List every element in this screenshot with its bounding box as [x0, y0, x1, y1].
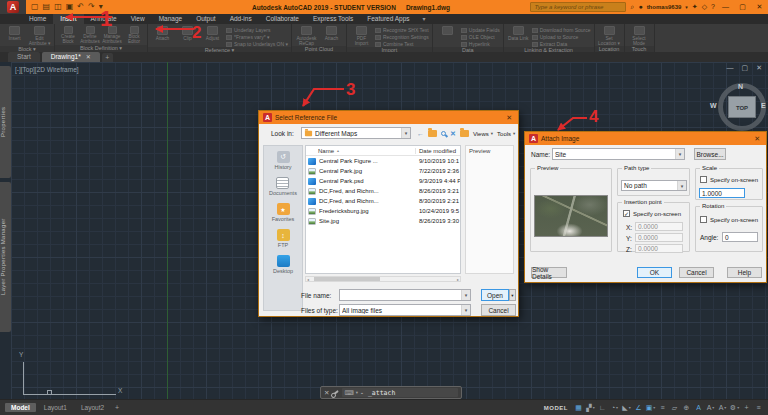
look-in-combo[interactable]: Different Maps ▾ — [301, 127, 411, 139]
ribbon-button-recognition-settings[interactable]: Recognition Settings — [375, 34, 429, 40]
help-search-input[interactable]: Type a keyword or phrase — [530, 2, 626, 12]
ribbon-button-define-attributes[interactable]: Define Attributes — [80, 26, 100, 45]
z-input[interactable]: 0.0000 — [635, 244, 683, 253]
create-new-folder-icon[interactable] — [460, 130, 469, 137]
viewcube-west[interactable]: W — [710, 102, 717, 109]
dialog-close-icon[interactable]: ✕ — [752, 135, 762, 143]
viewcube-north[interactable]: N — [738, 83, 743, 90]
sidebar-tab-layer-properties-manager[interactable]: Layer Properties Manager — [0, 182, 11, 332]
user-menu-caret-icon[interactable]: ▾ — [685, 0, 688, 14]
ribbon-tab-collaborate[interactable]: Collaborate — [259, 14, 306, 24]
autocad-app-button[interactable]: A — [7, 1, 19, 13]
x-input[interactable]: 0.0000 — [635, 222, 683, 231]
ribbon-tab-manage[interactable]: Manage — [152, 14, 190, 24]
search-the-web-icon[interactable] — [441, 131, 446, 136]
model-space-badge[interactable]: MODEL — [544, 405, 568, 411]
ribbon-tab-home[interactable]: Home — [22, 14, 53, 24]
back-icon[interactable]: ← — [417, 129, 424, 139]
open-button[interactable]: Open — [481, 289, 509, 301]
ribbon-button-underlay-layers[interactable]: Underlay Layers — [226, 27, 288, 33]
scale-input[interactable]: 1.0000 — [699, 188, 745, 198]
open-file-icon[interactable]: ▤ — [43, 0, 51, 14]
ribbon-button-field-icon[interactable] — [436, 26, 459, 36]
ribbon-panel-label-block-definition[interactable]: Block Definition ▾ — [55, 45, 147, 52]
file-row-central-park-jpg[interactable]: Central Park.jpg7/22/2019 2:36 — [306, 166, 460, 176]
doc-close-icon[interactable]: ✕ — [756, 64, 762, 72]
place-favorites[interactable]: ★Favorites — [272, 203, 295, 222]
undo-icon[interactable]: ↶ — [77, 0, 84, 14]
show-details-button[interactable]: Show Details — [531, 267, 567, 278]
redo-icon[interactable]: ↷ — [88, 0, 95, 14]
command-input[interactable]: ⌨ ▾ - _attach — [342, 388, 458, 397]
ribbon-button-pdf-import[interactable]: PDF Import — [350, 26, 373, 46]
object-snap-icon[interactable]: ▣▾ — [645, 402, 656, 414]
angle-input[interactable]: 0 — [722, 232, 758, 242]
ribbon-tab-add-ins[interactable]: Add-ins — [223, 14, 259, 24]
ribbon-button-attach[interactable]: Attach — [320, 26, 343, 41]
file-row-dc-fred-and-richm[interactable]: DC,Fred, and Richm...8/30/2019 2:21 — [306, 196, 460, 206]
ok-button[interactable]: OK — [637, 267, 672, 278]
views-menu-button[interactable]: Views▾ — [473, 131, 493, 137]
ribbon-tab-view[interactable]: View — [124, 14, 152, 24]
command-line-customize-icon[interactable] — [333, 389, 340, 395]
doc-minimize-icon[interactable]: — — [727, 64, 734, 72]
close-button[interactable]: ✕ — [753, 0, 766, 14]
grid-display-icon[interactable]: ▦ — [573, 402, 584, 414]
new-drawing-tab-button[interactable]: + — [102, 53, 113, 62]
file-tab-start[interactable]: Start — [8, 52, 40, 62]
save-icon[interactable]: ◫ — [54, 0, 62, 14]
browse-button[interactable]: Browse... — [694, 148, 726, 160]
ribbon-button-upload-to-source[interactable]: Upload to Source — [532, 34, 591, 40]
scale-specify-on-screen-checkbox[interactable] — [700, 176, 707, 183]
lineweight-icon[interactable]: ≡ — [657, 402, 668, 414]
restore-button[interactable]: ▢ — [736, 0, 749, 14]
sidebar-tab-properties[interactable]: Properties — [0, 66, 11, 178]
layout-tab-layout1[interactable]: Layout1 — [38, 403, 73, 412]
autodesk-360-icon[interactable]: ◇ — [702, 0, 707, 14]
polar-tracking-icon[interactable]: ◔▾ — [609, 402, 620, 414]
minimize-button[interactable]: — — [719, 0, 732, 14]
viewcube-east[interactable]: E — [761, 102, 766, 109]
image-name-combo[interactable]: Site ▾ — [552, 148, 685, 160]
annotation-monitor-icon[interactable]: + — [741, 402, 752, 414]
transparency-icon[interactable]: ▱ — [669, 402, 680, 414]
ribbon-tab-output[interactable]: Output — [189, 14, 223, 24]
ribbon-button-attach[interactable]: Attach — [151, 26, 174, 41]
qat-dropdown-icon[interactable]: ▾ — [99, 0, 103, 14]
up-one-level-icon[interactable] — [428, 130, 437, 137]
customization-icon[interactable]: ≡ — [753, 402, 764, 414]
annotation-visibility-icon[interactable]: A — [693, 402, 704, 414]
ribbon-button-manage-attributes[interactable]: Manage Attributes — [102, 26, 122, 45]
column-header-name[interactable]: Name ▴ — [306, 148, 416, 154]
ribbon-button-update-fields[interactable]: Update Fields — [461, 27, 500, 33]
file-row-central-park-figure[interactable]: Central Park Figure ...9/10/2019 10:1 — [306, 156, 460, 166]
help-button[interactable]: Help — [727, 267, 762, 278]
file-list-horizontal-scrollbar[interactable]: ◂ ▸ — [305, 276, 461, 282]
ribbon-tab-express-tools[interactable]: Express Tools — [306, 14, 360, 24]
column-header-date-modified[interactable]: Date modified — [416, 148, 460, 154]
layout-tab-model[interactable]: Model — [5, 403, 36, 412]
insertion-specify-on-screen-checkbox[interactable]: ✓ — [623, 210, 630, 217]
ribbon-button-insert[interactable]: Insert — [3, 26, 26, 41]
plot-icon[interactable]: ▣ — [66, 0, 74, 14]
ribbon-button-autodesk-recap[interactable]: Autodesk ReCap — [295, 26, 318, 46]
rotation-specify-on-screen-checkbox[interactable] — [700, 216, 707, 223]
file-row-central-park-psd[interactable]: Central Park.psd9/3/2019 4:44 P — [306, 176, 460, 186]
ribbon-button-ole-object[interactable]: OLE Object — [461, 34, 500, 40]
open-split-caret-icon[interactable]: ▾ — [509, 289, 516, 301]
ribbon-button-download-from-source[interactable]: Download from Source — [532, 27, 591, 33]
recent-commands-caret-icon[interactable]: ▾ — [356, 390, 358, 395]
viewcube-top-face[interactable]: TOP — [728, 96, 756, 118]
scrollbar-thumb[interactable] — [314, 277, 380, 281]
delete-icon[interactable]: ✕ — [450, 130, 456, 138]
ribbon-tab-annotate[interactable]: Annotate — [84, 14, 124, 24]
ribbon-button-set-location[interactable]: Set Location ▾ — [598, 26, 621, 46]
file-row-dc-fred-and-richm[interactable]: DC,Fred, and Richm...8/26/2019 3:21 — [306, 186, 460, 196]
ribbon-button-create-block[interactable]: Create Block — [58, 26, 78, 45]
cancel-button[interactable]: Cancel — [481, 304, 516, 316]
app-store-icon[interactable]: ✦ — [692, 0, 698, 14]
isometric-drafting-icon[interactable]: ◣▾ — [621, 402, 632, 414]
file-name-input[interactable]: ▾ — [339, 289, 471, 301]
osnap-tracking-icon[interactable]: ∠ — [633, 402, 644, 414]
ribbon-button-adjust[interactable]: Adjust — [201, 26, 224, 41]
